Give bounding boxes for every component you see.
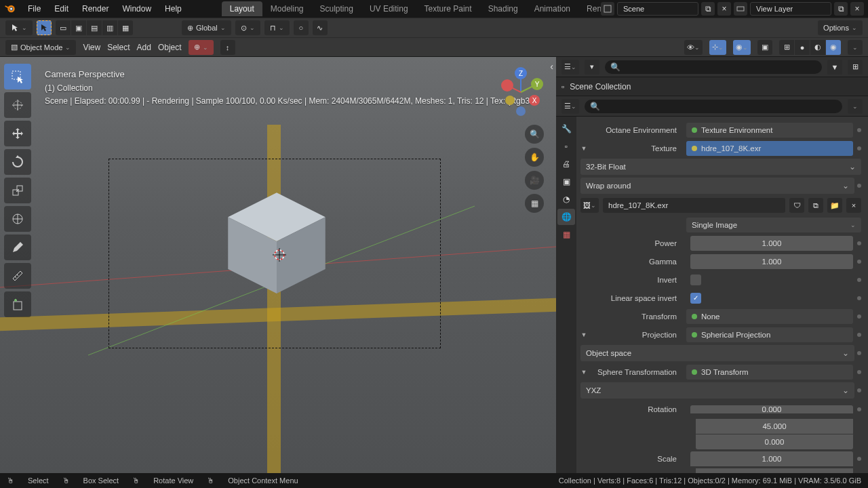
- pin-icon[interactable]: [857, 184, 861, 188]
- rotation-z-field[interactable]: 0.000: [696, 434, 853, 449]
- pivot-dropdown[interactable]: ⊙⌄: [235, 20, 260, 35]
- menu-render[interactable]: Render: [76, 2, 115, 16]
- pin-icon[interactable]: [857, 278, 861, 282]
- shading-wireframe-icon[interactable]: ⊞: [779, 40, 794, 55]
- overlays-icon[interactable]: ◉⌄: [733, 40, 751, 55]
- image-unlink-icon[interactable]: ×: [846, 198, 861, 213]
- pin-icon[interactable]: [857, 314, 861, 319]
- mode-dropdown[interactable]: ▧ Object Mode ⌄: [5, 40, 76, 55]
- menu-add[interactable]: Add: [137, 43, 151, 52]
- camera-view-icon[interactable]: 🎥: [525, 171, 544, 190]
- ptab-tool-icon[interactable]: 🔧: [557, 121, 575, 137]
- pin-icon[interactable]: [857, 407, 861, 411]
- pin-icon[interactable]: [857, 260, 861, 264]
- scale-y-field[interactable]: 1.000: [696, 468, 853, 474]
- visibility-icon[interactable]: 👁⌄: [684, 40, 703, 55]
- image-dup-icon[interactable]: ⧉: [808, 198, 823, 213]
- menu-object[interactable]: Object: [158, 43, 182, 52]
- tool-select-box[interactable]: [4, 64, 31, 89]
- viewlayer-browse-icon[interactable]: [734, 2, 747, 16]
- viewlayer-copy-icon[interactable]: ⧉: [834, 2, 848, 16]
- transform-orientation-dropdown[interactable]: ⊕ Global ⌄: [182, 20, 231, 35]
- shading-matprev-icon[interactable]: ◐: [810, 40, 825, 55]
- pin-icon[interactable]: [857, 146, 861, 150]
- scene-copy-icon[interactable]: ⧉: [701, 2, 715, 16]
- ptab-viewlayer-icon[interactable]: ▣: [557, 174, 575, 190]
- ptab-render-icon[interactable]: ▫: [557, 138, 575, 155]
- scene-browse-icon[interactable]: [601, 2, 614, 16]
- properties-options-icon[interactable]: ⌄: [848, 99, 863, 114]
- pan-icon[interactable]: ✋: [525, 148, 544, 167]
- rotation-order-dropdown[interactable]: YXZ: [580, 382, 854, 399]
- properties-editor-icon[interactable]: ☰⌄: [561, 99, 579, 114]
- options-dropdown[interactable]: Options ⌄: [818, 20, 863, 35]
- outliner-search[interactable]: 🔍: [605, 60, 822, 74]
- scene-close-icon[interactable]: ×: [717, 2, 731, 16]
- tab-modeling[interactable]: Modeling: [262, 1, 312, 16]
- outliner-display-icon[interactable]: ▾: [585, 60, 599, 75]
- snap-dropdown[interactable]: ⊓⌄: [264, 20, 290, 35]
- pin-icon[interactable]: [857, 457, 861, 461]
- env-value-field[interactable]: Texture Environment: [686, 123, 853, 138]
- menu-view[interactable]: View: [83, 43, 100, 52]
- select-extend-icon[interactable]: ▣: [71, 20, 86, 35]
- outliner-root-label[interactable]: Scene Collection: [570, 82, 631, 92]
- tab-layout[interactable]: Layout: [222, 1, 262, 16]
- ptab-world-icon[interactable]: 🌐: [557, 209, 575, 225]
- sphere-transform-field[interactable]: 3D Transform: [686, 365, 853, 380]
- select-subtract-icon[interactable]: ▤: [87, 20, 102, 35]
- pin-icon[interactable]: [857, 351, 861, 355]
- image-open-icon[interactable]: 📁: [827, 198, 842, 213]
- proportional-editing-icon[interactable]: ○: [294, 20, 309, 35]
- menu-select[interactable]: Select: [107, 43, 130, 52]
- properties-search[interactable]: 🔍: [585, 100, 842, 113]
- select-mode-tweak[interactable]: [37, 20, 52, 35]
- select-intersect-icon[interactable]: ▥: [102, 20, 117, 35]
- scene-name-field[interactable]: Scene: [617, 2, 698, 16]
- proportional-falloff-icon[interactable]: ∿: [313, 20, 328, 35]
- menu-edit[interactable]: Edit: [48, 2, 75, 16]
- ptab-texture-icon[interactable]: ▦: [557, 226, 575, 243]
- 3d-viewport[interactable]: Camera Perspective (1) Collection Scene …: [0, 57, 556, 473]
- projection-field[interactable]: Spherical Projection: [686, 327, 853, 342]
- object-space-dropdown[interactable]: Object space: [580, 345, 854, 361]
- collapse-icon[interactable]: ▼: [580, 145, 587, 152]
- select-invert-icon[interactable]: ▦: [118, 20, 133, 35]
- outliner-editor-icon[interactable]: ☰⌄: [561, 60, 579, 75]
- collapse-icon[interactable]: ▼: [580, 369, 587, 375]
- tab-uvediting[interactable]: UV Editing: [361, 1, 416, 16]
- pin-icon[interactable]: [857, 296, 861, 300]
- collapse-icon[interactable]: ▼: [580, 331, 587, 338]
- viewlayer-name-field[interactable]: View Layer: [750, 2, 831, 16]
- tab-shading[interactable]: Shading: [480, 1, 526, 16]
- pin-icon[interactable]: [857, 388, 861, 392]
- tab-sculpting[interactable]: Sculpting: [312, 1, 361, 16]
- menu-file[interactable]: File: [22, 2, 47, 16]
- outliner-filter-icon[interactable]: ▼: [827, 60, 842, 75]
- select-tool-dropdown[interactable]: ⌄: [5, 20, 33, 35]
- shading-rendered-icon[interactable]: ◉: [826, 40, 841, 55]
- shading-options-icon[interactable]: ⌄: [848, 40, 863, 55]
- tool-rotate[interactable]: [4, 149, 31, 175]
- gizmos-icon[interactable]: ⊹⌄: [709, 40, 726, 55]
- gizmo-dropdown[interactable]: ⊕⌄: [189, 40, 214, 55]
- ptab-scene-icon[interactable]: ◔: [557, 191, 575, 207]
- fake-user-icon[interactable]: 🛡: [789, 198, 804, 213]
- perspective-icon[interactable]: ▦: [525, 194, 544, 213]
- tab-texturepaint[interactable]: Texture Paint: [416, 1, 480, 16]
- tool-annotate[interactable]: [4, 235, 31, 260]
- tool-cursor[interactable]: [4, 92, 31, 118]
- xray-icon[interactable]: ▣: [757, 40, 772, 55]
- bitdepth-dropdown[interactable]: 32-Bit Float: [580, 159, 861, 175]
- image-browse-icon[interactable]: 🖼⌄: [580, 198, 599, 213]
- zoom-icon[interactable]: 🔍: [525, 125, 544, 144]
- menu-help[interactable]: Help: [159, 2, 188, 16]
- select-box-icon[interactable]: ▭: [56, 20, 71, 35]
- ptab-output-icon[interactable]: 🖨: [557, 156, 575, 172]
- scale-x-field[interactable]: 1.000: [690, 451, 853, 466]
- rotation-y-field[interactable]: 45.000: [696, 419, 853, 434]
- tool-scale[interactable]: [4, 178, 31, 203]
- tool-move[interactable]: [4, 121, 31, 146]
- image-mode-dropdown[interactable]: Single Image⌄: [686, 218, 861, 232]
- linear-invert-checkbox[interactable]: ✓: [690, 293, 701, 304]
